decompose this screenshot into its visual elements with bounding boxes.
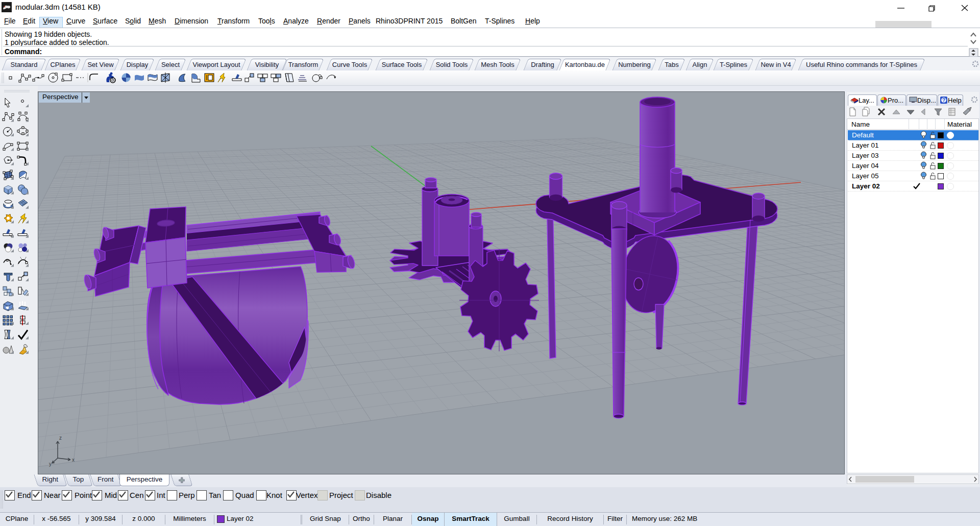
- svg-text:y: y: [49, 461, 52, 467]
- svg-text:z: z: [59, 435, 62, 441]
- svg-text:?: ?: [942, 98, 945, 103]
- svg-text:x: x: [72, 457, 75, 463]
